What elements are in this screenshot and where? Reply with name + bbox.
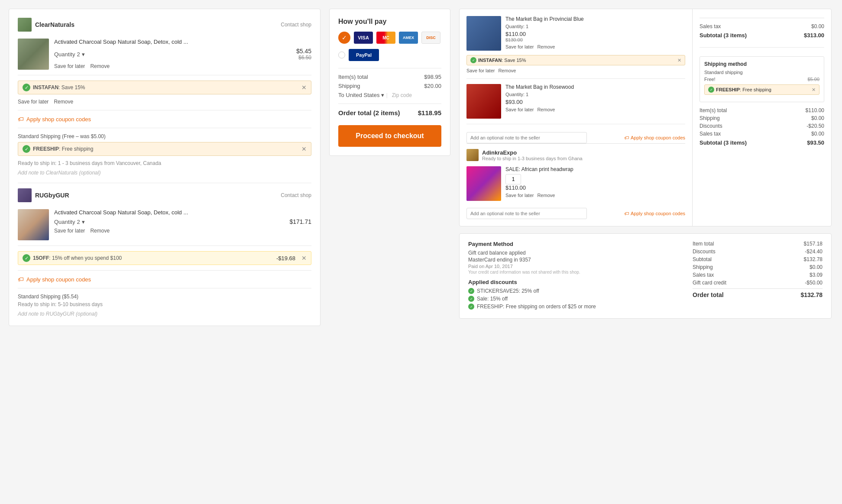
adinkra-subtotal-label: Subtotal (3 items) (700, 139, 747, 146)
shop1-apply-coupon[interactable]: 🏷 Apply shop coupon codes (18, 116, 311, 123)
applied-discount1-icon (468, 288, 474, 294)
paypal-radio[interactable] (338, 52, 345, 58)
shop1-qty-label: Quantity 2 ▾ (54, 51, 85, 58)
adinkra-shipping-row: Shipping $0.00 (700, 115, 824, 121)
left-cart-panel: ClearNaturals Contact shop Activated Cha… (9, 9, 321, 326)
rt-product1-details: The Market Bag in Provincial Blue Quanti… (505, 16, 685, 49)
payment-right: Item total $157.18 Discounts -$24.40 Sub… (693, 241, 823, 311)
shop1-save-later[interactable]: Save for later (54, 63, 85, 69)
pr-discounts-value: -$24.40 (805, 249, 823, 255)
shop1-freeship-badge: FREESHIP: Free shipping ✕ (18, 142, 311, 156)
rt-subtotal1-row: Subtotal (3 items) $313.00 (700, 32, 824, 39)
shop1-qty-row: Quantity 2 ▾ $5.45 $6.50 (54, 48, 311, 61)
adinkra-shipping-free-label: Free! (704, 77, 716, 82)
paypal-icon[interactable]: PayPal (349, 49, 379, 61)
shop1-coupon-remove[interactable]: Remove (54, 99, 73, 105)
adinkra-save[interactable]: Save for later (505, 193, 534, 198)
pr-subtotal-label: Subtotal (693, 256, 712, 262)
pr-discounts-label: Discounts (693, 249, 716, 255)
rt-product1-name: The Market Bag in Provincial Blue (505, 16, 685, 22)
zip-input[interactable]: Zip code (392, 92, 412, 98)
rt-product1-coupon-close-icon[interactable]: ✕ (677, 58, 681, 63)
adinkra-freeship-close-icon[interactable]: ✕ (812, 87, 816, 93)
shop2-discount-check-icon (23, 254, 30, 262)
adinkra-discounts-value: -$20.50 (806, 123, 824, 129)
pr-sales-tax-value: $3.09 (810, 272, 823, 278)
rt-product1-coupon-remove[interactable]: Remove (498, 68, 516, 73)
shop1-freeship-close-icon[interactable]: ✕ (301, 145, 307, 152)
shop2-discount-close-icon[interactable]: ✕ (301, 255, 307, 262)
visa-icon[interactable]: VISA (354, 32, 373, 44)
shop1-coupon-close-icon[interactable]: ✕ (301, 84, 307, 91)
rt-product1-coupon-save[interactable]: Save for later (466, 68, 495, 73)
items-total-row: Item(s) total $98.95 (338, 74, 441, 80)
shop2-note[interactable]: Add note to RUGbyGUR (optional) (18, 311, 311, 317)
shop2-header: RUGbyGUR Contact shop (18, 188, 311, 202)
checkout-button[interactable]: Proceed to checkout (338, 125, 441, 147)
adinkra-section: AdinkraExpo Ready to ship in 1-3 busines… (466, 143, 685, 219)
rt-product1-save[interactable]: Save for later (505, 44, 534, 49)
shop2-qty-chevron[interactable]: ▾ (82, 219, 85, 225)
adinkra-freeship-icon (708, 87, 714, 93)
how-pay-panel: How you'll pay ✓ VISA MC AMEX DISC PayPa… (329, 9, 450, 156)
mastercard-icon[interactable]: MC (376, 32, 395, 44)
rt-left: The Market Bag in Provincial Blue Quanti… (460, 9, 693, 226)
applied-discount3-icon (468, 304, 474, 310)
adinkra-items-total-row: Item(s) total $110.00 (700, 107, 824, 113)
rt-product1-coupon-text: INSTAFAN: Save 15% (478, 58, 526, 63)
discover-icon[interactable]: DISC (421, 32, 440, 44)
adinkra-shipping-method-title: Shipping method (704, 61, 819, 67)
rt-product2-remove[interactable]: Remove (537, 107, 555, 112)
shop1-coupon-save-later[interactable]: Save for later (18, 99, 49, 105)
shop1-qty-chevron[interactable]: ▾ (82, 51, 85, 58)
adinkra-remove[interactable]: Remove (537, 193, 555, 198)
shop2-coupon-tag-icon: 🏷 (18, 276, 24, 283)
rt-right: Sales tax $0.00 Subtotal (3 items) $313.… (693, 9, 831, 226)
shop1-contact[interactable]: Contact shop (281, 22, 311, 28)
rt-product2-save[interactable]: Save for later (505, 107, 534, 112)
shop1-ready-info: Ready to ship in: 1 - 3 business days fr… (18, 160, 311, 166)
adinkra-freeship-text: FREESHIP: Free shipping (716, 87, 771, 92)
rt-apply-coupon1[interactable]: 🏷 Apply shop coupon codes (624, 135, 685, 140)
shop1-coupon-save-remove: Save for later Remove (18, 99, 311, 105)
pr-gift-credit-value: -$50.00 (805, 280, 823, 286)
how-pay-title: How you'll pay (338, 18, 441, 26)
rt-subtotal1-label: Subtotal (3 items) (700, 32, 747, 39)
rt-note1-input[interactable] (466, 132, 587, 143)
shop1-note[interactable]: Add note to ClearNaturals (optional) (18, 170, 311, 176)
shop1-freeship-text: FREESHIP: Free shipping (33, 146, 299, 152)
dropdown-arrow-icon[interactable]: ▾ (381, 92, 384, 98)
shop2-shipping-info: Standard Shipping ($5.54) (18, 294, 311, 300)
rt-apply-coupon2[interactable]: 🏷 Apply shop coupon codes (624, 211, 685, 216)
rt-sales-tax1-label: Sales tax (700, 23, 721, 29)
shop2-apply-coupon[interactable]: 🏷 Apply shop coupon codes (18, 276, 311, 283)
shop2-discount-badge: 15OFF: 15% off when you spend $100 -$19.… (18, 251, 311, 265)
shop1-product-name: Activated Charcoal Soap Natural Soap, De… (54, 39, 311, 45)
adinkra-icon (466, 149, 479, 161)
shop2-discount-text: 15OFF: 15% off when you spend $100 (33, 255, 274, 261)
order-total-label: Order total (2 items) (338, 109, 400, 116)
shop1-apply-coupon-label: Apply shop coupon codes (26, 116, 91, 123)
adinkra-price: $110.00 (505, 184, 685, 191)
rt-product1-qty: Quantity: 1 (505, 24, 685, 29)
shop1-product-img (18, 39, 49, 70)
rt-product1-coupon-save-remove: Save for later Remove (466, 68, 685, 73)
rt-product1-remove[interactable]: Remove (537, 44, 555, 49)
shop1-remove[interactable]: Remove (90, 63, 110, 69)
shop2-contact[interactable]: Contact shop (281, 192, 311, 198)
adinkra-sales-tax-row: Sales tax $0.00 (700, 131, 824, 137)
rt-product2-name: The Market Bag in Rosewood (505, 84, 685, 90)
shop2-remove[interactable]: Remove (90, 228, 110, 234)
shop2-apply-coupon-label: Apply shop coupon codes (26, 276, 91, 283)
rt-product1-price-orig: $130.00 (505, 37, 526, 42)
adinkra-items-total-label: Item(s) total (700, 107, 727, 113)
shop2-save-later[interactable]: Save for later (54, 228, 85, 234)
rt-product2-details: The Market Bag in Rosewood Quantity: 1 $… (505, 84, 685, 112)
amex-icon[interactable]: AMEX (399, 32, 418, 44)
rt-note2-input[interactable] (466, 208, 587, 219)
applied-title: Applied discounts (468, 279, 675, 285)
payment-bottom-panel: Payment Method Gift card balance applied… (459, 233, 832, 319)
adinkra-qty-input[interactable] (505, 174, 521, 184)
applied-discount2-icon (468, 296, 474, 302)
shop2-name: RUGbyGUR (35, 192, 69, 199)
